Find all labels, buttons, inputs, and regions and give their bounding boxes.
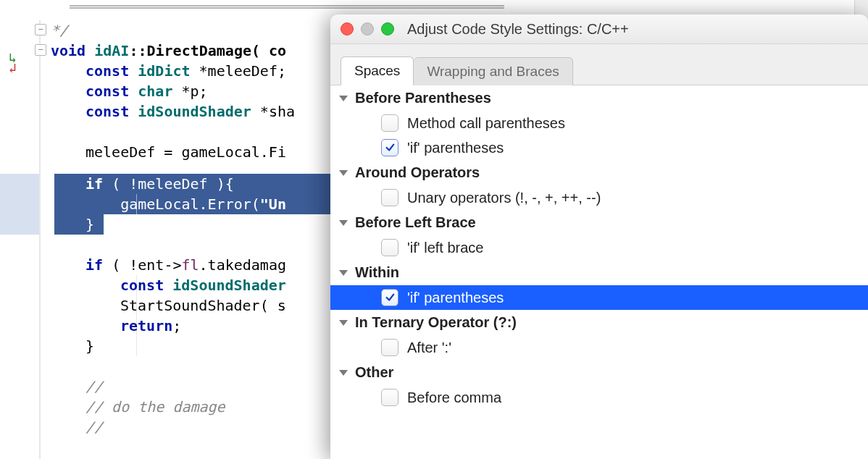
setting-label: Method call parentheses xyxy=(407,115,565,132)
tab-spaces[interactable]: Spaces xyxy=(341,56,414,85)
code-text: ( !meleeDef ){ xyxy=(103,175,234,193)
section-label: Before Parentheses xyxy=(355,90,491,106)
code-text: meleeDef = gameLocal.Fi xyxy=(85,143,286,161)
code-text: .takedamag xyxy=(199,256,286,274)
setting-label: 'if' left brace xyxy=(407,240,483,256)
gutter-change-icon: ↲ xyxy=(9,58,26,78)
section-header[interactable]: Around Operators xyxy=(330,160,868,185)
fold-icon[interactable]: − xyxy=(35,24,46,35)
section-header[interactable]: Before Left Brace xyxy=(330,210,868,235)
checkbox[interactable] xyxy=(381,139,398,156)
setting-label: 'if' parentheses xyxy=(407,140,504,156)
type: idDict xyxy=(129,62,199,80)
keyword: const xyxy=(85,83,129,100)
disclosure-triangle-icon[interactable] xyxy=(339,220,348,226)
checkbox[interactable] xyxy=(381,239,398,256)
tab-bar: Spaces Wrapping and Braces xyxy=(330,44,868,85)
code-text: } xyxy=(85,337,94,355)
section-label: Within xyxy=(355,264,399,281)
section-header[interactable]: Within xyxy=(330,260,868,285)
keyword: const xyxy=(120,277,164,294)
code-text: StartSoundShader( s xyxy=(120,297,286,314)
setting-item[interactable]: After ':' xyxy=(330,335,868,360)
disclosure-triangle-icon[interactable] xyxy=(339,320,348,326)
checkbox[interactable] xyxy=(381,189,398,206)
settings-panel[interactable]: Before ParenthesesMethod call parenthese… xyxy=(330,85,868,459)
minimize-button[interactable] xyxy=(361,22,374,35)
setting-label: After ':' xyxy=(407,340,451,356)
type: char xyxy=(129,83,181,100)
setting-item[interactable]: 'if' parentheses xyxy=(330,285,868,310)
section-header[interactable]: Other xyxy=(330,360,868,385)
string: "Un xyxy=(260,195,286,213)
code-style-dialog: Adjust Code Style Settings: C/C++ Spaces… xyxy=(330,14,868,459)
code-text: ::DirectDamage( co xyxy=(129,42,286,59)
keyword: if xyxy=(85,175,103,193)
setting-item[interactable]: 'if' left brace xyxy=(330,235,868,260)
comment: // do the damage xyxy=(85,398,225,416)
close-button[interactable] xyxy=(341,22,354,35)
traffic-lights xyxy=(341,22,394,35)
section-label: In Ternary Operator (?:) xyxy=(355,314,517,331)
setting-item[interactable]: Unary operators (!, -, +, ++, --) xyxy=(330,185,868,210)
type: idSoundShader xyxy=(129,103,260,120)
keyword: void xyxy=(51,42,85,59)
dialog-title: Adjust Code Style Settings: C/C++ xyxy=(407,21,629,38)
code-text: } xyxy=(85,216,94,233)
separator-line xyxy=(70,5,504,9)
zoom-button[interactable] xyxy=(381,22,394,35)
code-text: *meleeDef; xyxy=(199,62,286,80)
setting-item[interactable]: Method call parentheses xyxy=(330,111,868,135)
type: idAI xyxy=(85,42,129,59)
setting-label: 'if' parentheses xyxy=(407,290,504,306)
checkbox[interactable] xyxy=(381,339,398,356)
setting-item[interactable]: Before comma xyxy=(330,385,868,410)
section-header[interactable]: In Ternary Operator (?:) xyxy=(330,310,868,335)
disclosure-triangle-icon[interactable] xyxy=(339,170,348,176)
code-text: ( !ent-> xyxy=(103,256,181,274)
keyword: const xyxy=(85,62,129,80)
setting-label: Before comma xyxy=(407,389,501,406)
section-header[interactable]: Before Parentheses xyxy=(330,85,868,111)
disclosure-triangle-icon[interactable] xyxy=(339,270,348,276)
setting-item[interactable]: 'if' parentheses xyxy=(330,135,868,160)
disclosure-triangle-icon[interactable] xyxy=(339,370,348,376)
disclosure-triangle-icon[interactable] xyxy=(339,96,348,101)
titlebar[interactable]: Adjust Code Style Settings: C/C++ xyxy=(330,14,868,44)
code-text: *sha xyxy=(260,103,295,120)
code-text: ; xyxy=(172,317,181,334)
code-text: *p; xyxy=(181,83,207,100)
fold-icon[interactable]: − xyxy=(35,44,46,56)
code-content: */ void idAI::DirectDamage( co const idD… xyxy=(51,0,85,459)
comment: // xyxy=(85,418,103,436)
tab-wrapping-and-braces[interactable]: Wrapping and Braces xyxy=(414,57,572,85)
setting-label: Unary operators (!, -, +, ++, --) xyxy=(407,190,601,206)
checkbox[interactable] xyxy=(381,114,398,132)
keyword: return xyxy=(120,317,172,334)
keyword: if xyxy=(85,256,103,274)
type: idSoundShader xyxy=(164,277,286,294)
section-label: Before Left Brace xyxy=(355,214,476,231)
gutter-highlight xyxy=(0,174,39,235)
comment: // xyxy=(85,378,103,395)
checkbox[interactable] xyxy=(381,389,398,406)
field: fl xyxy=(181,256,199,274)
section-label: Around Operators xyxy=(355,164,480,181)
section-label: Other xyxy=(355,364,393,381)
checkbox[interactable] xyxy=(381,289,398,306)
keyword: const xyxy=(85,103,129,120)
code-text: */ xyxy=(51,22,68,39)
code-text: gameLocal.Error( xyxy=(85,195,260,213)
